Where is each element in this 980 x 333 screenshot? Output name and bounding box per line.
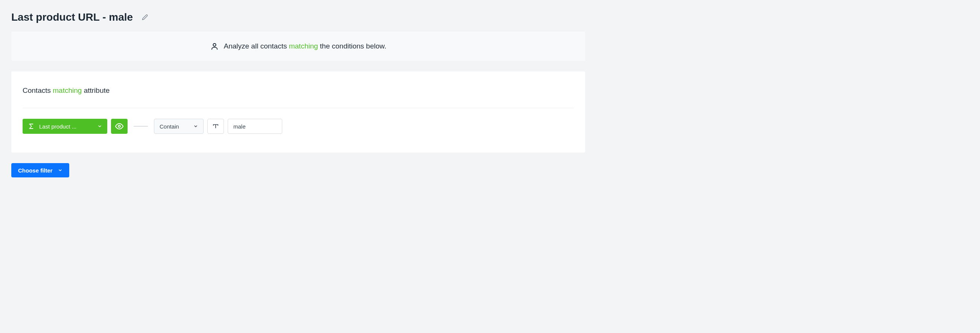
pencil-icon: [142, 14, 148, 20]
value-input[interactable]: [228, 119, 282, 134]
card-title-prefix: Contacts: [22, 86, 51, 94]
filter-card: Contacts matching attribute Last product…: [11, 71, 585, 152]
choose-filter-label: Choose filter: [18, 167, 52, 174]
svg-point-0: [213, 44, 216, 46]
card-title-match[interactable]: matching: [52, 86, 82, 94]
filter-card-title: Contacts matching attribute: [22, 86, 574, 95]
eye-icon: [115, 122, 123, 130]
filter-row: Last product ... Contain: [22, 119, 574, 134]
text-type-icon: [212, 123, 219, 130]
edit-title-button[interactable]: [140, 13, 150, 22]
value-type-indicator: [207, 119, 224, 134]
preview-button[interactable]: [111, 119, 127, 134]
chevron-down-icon: [97, 124, 102, 128]
choose-filter-button[interactable]: Choose filter: [11, 163, 69, 178]
chevron-down-icon: [193, 124, 198, 128]
sigma-icon: [28, 123, 35, 130]
attribute-label: Last product ...: [39, 123, 93, 130]
svg-point-1: [118, 125, 121, 127]
attribute-dropdown[interactable]: Last product ...: [22, 119, 107, 134]
banner-match-word[interactable]: matching: [289, 42, 318, 50]
card-title-suffix: attribute: [84, 86, 110, 94]
operator-label: Contain: [159, 123, 188, 130]
connector-line: [134, 126, 148, 127]
analyze-banner: Analyze all contacts matching the condit…: [11, 32, 585, 61]
divider: [22, 108, 574, 108]
page-title: Last product URL - male: [11, 11, 133, 23]
chevron-down-icon: [58, 168, 62, 173]
title-row: Last product URL - male: [11, 11, 585, 23]
banner-prefix: Analyze all contacts: [224, 42, 287, 50]
user-icon: [210, 42, 219, 50]
banner-suffix: the conditions below.: [320, 42, 386, 50]
operator-dropdown[interactable]: Contain: [154, 119, 204, 134]
